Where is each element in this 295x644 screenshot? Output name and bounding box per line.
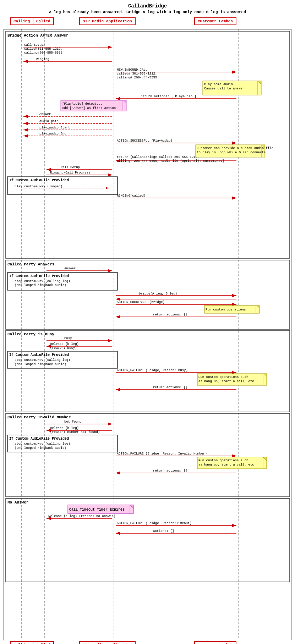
svg-text:Play some audio.: Play some audio. — [204, 83, 235, 86]
svg-text:Ringing: Ringing — [36, 57, 49, 61]
svg-text:No Answer: No Answer — [7, 500, 28, 505]
svg-text:play_audio Start: play_audio Start — [39, 126, 70, 130]
svg-text:ACTION_FAILURE (Bridge: Reason: ACTION_FAILURE (Bridge: Reason:Timeout) — [117, 522, 192, 525]
svg-text:Called Party Invalid Number: Called Party Invalid Number — [7, 415, 71, 419]
svg-text:stop custom.wav (calling leg): stop custom.wav (calling leg) — [15, 442, 70, 446]
svg-text:return actions: [ PlayAudio ]: return actions: [ PlayAudio ] — [141, 95, 196, 98]
svg-text:Busy: Busy — [64, 337, 72, 340]
svg-text:Not Found: Not Found — [64, 420, 82, 424]
svg-text:return actions: []: return actions: [] — [153, 313, 187, 317]
svg-text:Release (b leg) (reason: no an: Release (b leg) (reason: no answer) — [48, 514, 115, 518]
svg-text:actions: []: actions: [] — [153, 529, 174, 533]
svg-text:calling#206-555-5555: calling#206-555-5555 — [24, 51, 62, 55]
svg-text:return [CallandBridge called: : return [CallandBridge called: 301-555-12… — [117, 155, 199, 159]
page-subtitle: A leg has already been answered. Bridge … — [0, 10, 295, 16]
svg-text:calling# 206-444-5555: calling# 206-444-5555 — [117, 76, 157, 79]
actor-calling-top: Calling — [10, 17, 33, 25]
svg-text:(end looped ringback audio): (end looped ringback audio) — [15, 363, 66, 366]
svg-text:Call Timeout Timer Expires: Call Timeout Timer Expires — [69, 508, 125, 512]
svg-text:as hang up, start a call, etc.: as hang up, start a call, etc. — [198, 380, 256, 383]
svg-text:Run custom operations such: Run custom operations such — [198, 375, 248, 379]
svg-text:If Custom AudioFile Provided: If Custom AudioFile Provided — [9, 274, 69, 278]
main-container: CallandBridge A leg has already been ans… — [0, 0, 295, 644]
svg-text:Release (b leg): Release (b leg) — [50, 426, 79, 430]
svg-text:called#301-555-1212,: called#301-555-1212, — [24, 47, 62, 51]
svg-text:[PlayAudio] detected.: [PlayAudio] detected. — [62, 102, 102, 106]
svg-text:(end looped ringback audio): (end looped ringback audio) — [15, 446, 66, 450]
svg-text:If Custom AudioFile Provided: If Custom AudioFile Provided — [9, 437, 69, 441]
actor-sip-top: SIP media application — [79, 17, 136, 25]
svg-text:Causes call to answer: Causes call to answer — [204, 87, 244, 90]
svg-text:Called Party Answers: Called Party Answers — [7, 262, 54, 266]
svg-text:(reason: number not found): (reason: number not found) — [50, 430, 100, 434]
svg-text:Bridge Action AFTER Answer: Bridge Action AFTER Answer — [7, 33, 69, 38]
svg-text:as hang up, start a call, etc.: as hang up, start a call, etc. — [198, 463, 256, 467]
svg-text:If Custom AudioFile Provided: If Custom AudioFile Provided — [9, 178, 69, 182]
svg-text:Answer: Answer — [64, 267, 76, 270]
actor-called-bottom: Called — [33, 641, 54, 644]
actor-lambda-bottom: Customer Lambda — [194, 641, 236, 644]
svg-text:stop custom.wav (calling leg): stop custom.wav (calling leg) — [15, 358, 70, 362]
svg-text:ACTION_SUCCESSFUL(bridge): ACTION_SUCCESSFUL(bridge) — [117, 301, 165, 304]
svg-text:audio path: audio path — [39, 120, 59, 123]
svg-text:Add [Answer] as first action: Add [Answer] as first action — [62, 106, 116, 110]
svg-text:to play in loop while B leg co: to play in loop while B leg connects — [197, 151, 266, 154]
svg-text:Call Setup: Call Setup — [61, 166, 80, 169]
svg-text:Run custom operations such: Run custom operations such — [198, 459, 248, 462]
actor-called-top: Called — [33, 17, 54, 25]
actor-calling-bottom: Calling — [10, 641, 33, 644]
actor-sip-bottom: SIP media application — [79, 641, 136, 644]
actor-lambda-top: Customer Lambda — [194, 17, 236, 25]
svg-text:(reason: busy): (reason: busy) — [50, 346, 77, 350]
svg-text:ACTION_FAILURE (Bridge: Reason: ACTION_FAILURE (Bridge: Reason: Invalid … — [117, 452, 207, 456]
svg-text:called# 301-555-1212,: called# 301-555-1212, — [117, 72, 157, 76]
top-actor-bar: Calling Called SIP media application Cus… — [4, 16, 291, 29]
svg-text:NEW_INBOUND_CALL: NEW_INBOUND_CALL — [117, 68, 147, 72]
svg-text:ACTION_FAILURE (Bridge, Reason: ACTION_FAILURE (Bridge, Reason: Busy) — [117, 369, 188, 372]
svg-text:return actions: []: return actions: [] — [153, 469, 187, 473]
svg-text:return actions: []: return actions: [] — [153, 386, 187, 389]
svg-text:ACTION_SUCCESSFUL (PlayAudio): ACTION_SUCCESSFUL (PlayAudio) — [117, 139, 173, 143]
svg-rect-124 — [6, 499, 290, 582]
svg-text:(end looped ringback audio): (end looped ringback audio) — [15, 284, 66, 287]
svg-text:RINGING(called): RINGING(called) — [117, 194, 146, 198]
svg-text:Called Party is Busy: Called Party is Busy — [7, 332, 54, 336]
svg-text:Release (b leg): Release (b leg) — [50, 342, 79, 346]
svg-text:If Custom AudioFile Provided: If Custom AudioFile Provided — [9, 353, 69, 357]
svg-text:stop custom.wav (calling leg): stop custom.wav (calling leg) — [15, 280, 70, 283]
svg-text:Answer: Answer — [39, 112, 51, 116]
diagram-svg: Bridge Action AFTER Answer Call Setup/ c… — [4, 29, 292, 640]
bottom-actor-bar: Calling Called SIP media application Cus… — [4, 640, 291, 644]
svg-text:Customer can provide a custom : Customer can provide a custom audio file — [197, 147, 273, 150]
page-title: CallandBridge — [0, 0, 295, 10]
svg-text:Ringing\Call Progress: Ringing\Call Progress — [50, 171, 90, 175]
svg-text:play_audio End: play_audio End — [39, 132, 66, 136]
svg-text:calling: 206-444-5555, AudioFi: calling: 206-444-5555, AudioFile (option… — [117, 159, 224, 163]
svg-text:Run custom operations: Run custom operations — [206, 308, 246, 312]
svg-text:bridge(A leg, B leg): bridge(A leg, B leg) — [139, 292, 177, 296]
svg-text:Call Setup/: Call Setup/ — [24, 43, 45, 47]
